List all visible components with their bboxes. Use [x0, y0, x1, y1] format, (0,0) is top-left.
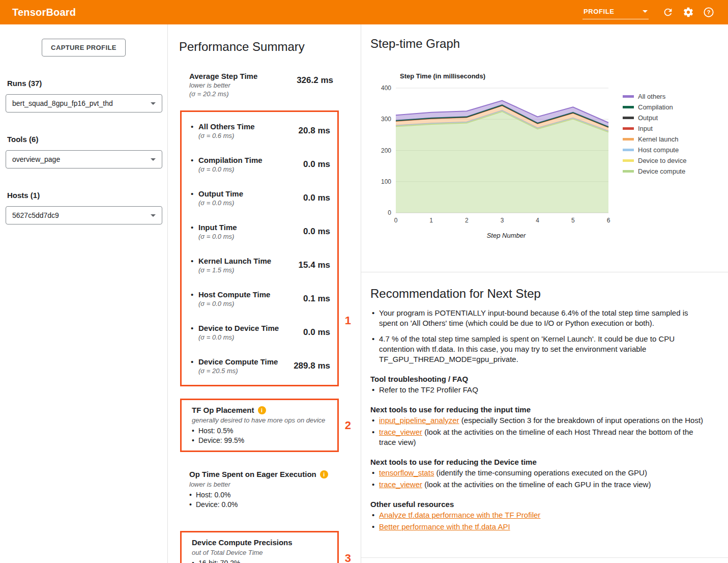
trace-viewer-link[interactable]: trace_viewer: [379, 428, 422, 436]
metric-row: Input Time (σ = 0.0 ms) 0.0 ms: [184, 215, 331, 248]
capture-profile-button[interactable]: CAPTURE PROFILE: [42, 39, 126, 57]
sub-note: out of Total Device Time: [192, 548, 331, 557]
eager-execution-list: Host: 0.0% Device: 0.0%: [189, 490, 350, 510]
device-tools-heading: Next tools to use for reducing the Devic…: [370, 458, 708, 466]
metric-value: 0.0 ms: [285, 193, 330, 207]
list-item: tensorflow_stats (identify the time-cons…: [370, 468, 708, 478]
recommendation-title: Recommendation for Next Step: [370, 287, 708, 301]
metric-label: Input Time: [198, 222, 285, 232]
metric-text: Average Step Time lower is better (σ = 2…: [189, 71, 288, 98]
svg-text:2: 2: [465, 217, 469, 224]
list-item: Your program is POTENTIALLY input-bound …: [370, 308, 708, 328]
settings-button[interactable]: [678, 2, 698, 22]
annotation-box-3: Device Compute Precisions out of Total D…: [180, 531, 339, 563]
metric-text: Output Time (σ = 0.0 ms): [198, 189, 285, 207]
tfdata-performance-link[interactable]: Analyze tf.data performance with the TF …: [379, 511, 540, 519]
recommendation-bullets: Your program is POTENTIALLY input-bound …: [370, 308, 708, 364]
legend-item: Compilation: [623, 102, 686, 112]
svg-text:4: 4: [536, 217, 539, 224]
legend-label: Output: [638, 114, 658, 122]
recommendation-section: Recommendation for Next Step Your progra…: [361, 272, 728, 558]
metric-value: 15.4 ms: [285, 260, 330, 274]
input-tools-section: Next tools to use for reducing the input…: [370, 405, 708, 447]
metric-row: Host Compute Time (σ = 0.0 ms) 0.1 ms: [184, 282, 331, 316]
legend-item: Kernel launch: [623, 134, 686, 145]
list-item-text: (look at the activities on the timeline …: [422, 480, 651, 489]
legend-label: Input: [638, 125, 653, 132]
metric-note: lower is better: [189, 81, 288, 90]
hosts-select[interactable]: 5627c5dd7dc9: [6, 206, 162, 224]
metric-row: Device Compute Time (σ = 20.5 ms) 289.8 …: [184, 349, 331, 383]
svg-text:1: 1: [429, 217, 433, 224]
list-item: Better performance with the tf.data API: [370, 522, 708, 532]
metric-value: 326.2 ms: [288, 75, 333, 98]
annotation-number-1: 1: [345, 314, 351, 327]
svg-text:400: 400: [381, 85, 391, 92]
metric-label: Device Compute Time: [198, 357, 285, 367]
info-icon[interactable]: i: [258, 406, 266, 414]
list-item-text: (especially Section 3 for the breakdown …: [459, 416, 703, 425]
metric-text: Device to Device Time (σ = 0.0 ms): [198, 323, 285, 342]
metric-value: 289.8 ms: [285, 361, 330, 375]
list-item: Analyze tf.data performance with the TF …: [370, 510, 708, 520]
performance-summary-title: Performance Summary: [179, 24, 350, 54]
chevron-down-icon: [643, 10, 648, 13]
help-button[interactable]: ?: [698, 2, 719, 22]
dashboard-select[interactable]: PROFILE: [583, 6, 649, 19]
svg-text:6: 6: [607, 217, 610, 224]
legend-label: All others: [638, 93, 665, 100]
svg-text:300: 300: [381, 116, 391, 123]
legend-item: Input: [623, 123, 686, 134]
metric-row: Kernel Launch Time (σ = 1.5 ms) 15.4 ms: [184, 248, 331, 282]
annotation-number-3: 3: [345, 552, 351, 563]
metric-row: All Others Time (σ = 0.6 ms) 20.8 ms: [184, 114, 331, 148]
input-pipeline-analyzer-link[interactable]: input_pipeline_analyzer: [379, 416, 459, 425]
metric-label: All Others Time: [198, 122, 285, 131]
dashboard-select-label: PROFILE: [584, 8, 615, 15]
metric-value: 20.8 ms: [285, 126, 330, 140]
faq-list: Refer to the TF2 Profiler FAQ: [370, 385, 708, 395]
legend-swatch: [623, 106, 634, 108]
tfdata-api-link[interactable]: Better performance with the tf.data API: [379, 522, 510, 531]
legend-label: Host compute: [638, 146, 679, 154]
svg-text:3: 3: [501, 217, 504, 224]
hosts-selected-value: 5627c5dd7dc9: [12, 211, 59, 219]
device-compute-precisions-list: 16-bit: 70.2% 32-bit: 29.8%: [192, 558, 331, 563]
legend-swatch: [623, 95, 634, 98]
legend-label: Device compute: [638, 167, 685, 175]
metric-value: 0.0 ms: [285, 159, 330, 174]
legend-swatch: [623, 117, 634, 119]
reload-button[interactable]: [658, 2, 678, 22]
legend-label: Compilation: [638, 103, 673, 111]
metric-sigma: (σ = 0.0 ms): [198, 232, 285, 241]
app-header: TensorBoard PROFILE ?: [0, 0, 728, 24]
runs-select[interactable]: bert_squad_8gpu_fp16_pvt_thd: [6, 94, 162, 112]
tensorflow-stats-link[interactable]: tensorflow_stats: [379, 468, 434, 477]
eager-execution-title: Op Time Spent on Eager Execution: [189, 469, 316, 480]
legend-swatch: [623, 149, 634, 151]
legend-item: Host compute: [623, 145, 686, 155]
runs-label: Runs (37): [7, 79, 160, 88]
hosts-label: Hosts (1): [7, 191, 160, 200]
tools-select[interactable]: overview_page: [6, 150, 162, 168]
list-item: trace_viewer (look at the activities on …: [370, 427, 708, 447]
metric-sigma: (σ = 0.0 ms): [198, 165, 285, 174]
list-item: Host: 0.0%: [189, 490, 350, 500]
list-item: input_pipeline_analyzer (especially Sect…: [370, 415, 708, 426]
main-layout: CAPTURE PROFILE Runs (37) bert_squad_8gp…: [0, 24, 728, 563]
metric-label: Average Step Time: [189, 71, 288, 81]
trace-viewer-link[interactable]: trace_viewer: [379, 480, 422, 489]
right-column: Step-time Graph Step Time (in millisecon…: [361, 24, 728, 563]
sub-note: lower is better: [189, 480, 350, 489]
annotation-box-1: All Others Time (σ = 0.6 ms) 20.8 ms Com…: [180, 110, 339, 386]
chevron-down-icon: [151, 158, 156, 161]
sub-note: generally desired to have more ops on de…: [192, 416, 331, 425]
chart-legend: All othersCompilationOutputInputKernel l…: [623, 91, 686, 231]
metric-row: Output Time (σ = 0.0 ms) 0.0 ms: [184, 181, 331, 215]
metric-text: Input Time (σ = 0.0 ms): [198, 222, 285, 241]
info-icon[interactable]: i: [320, 470, 328, 478]
runs-selected-value: bert_squad_8gpu_fp16_pvt_thd: [12, 99, 113, 107]
sub-title-row: TF Op Placement i: [192, 405, 331, 415]
device-compute-precisions-title: Device Compute Precisions: [192, 538, 293, 548]
step-time-chart: 01002003004000123456: [370, 82, 618, 231]
